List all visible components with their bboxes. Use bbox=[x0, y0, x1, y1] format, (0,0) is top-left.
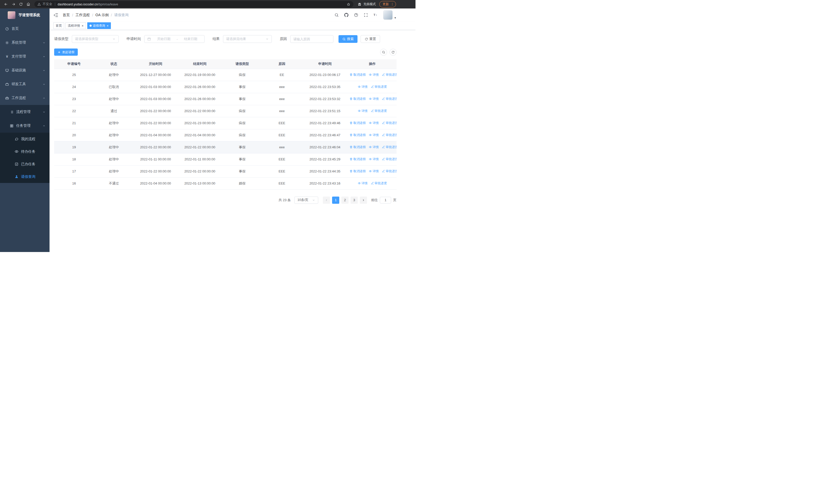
toggle-search-button[interactable] bbox=[380, 49, 387, 56]
pagination-total: 共 23 条 bbox=[279, 198, 291, 203]
action-cancel-link[interactable]: 取消请假 bbox=[349, 145, 366, 149]
action-detail-link[interactable]: 详情 bbox=[369, 145, 379, 149]
table-row[interactable]: 23处理中2022-01-03 00:00:002022-01-26 00:00… bbox=[54, 93, 397, 105]
sidebar-item-task-management[interactable]: 任务管理 bbox=[0, 119, 50, 133]
search-button[interactable]: 搜索 bbox=[339, 35, 357, 43]
sidebar-item-done-tasks[interactable]: 已办任务 bbox=[0, 158, 50, 170]
action-cancel-link[interactable]: 取消请假 bbox=[349, 169, 366, 174]
edit-icon bbox=[371, 182, 374, 185]
page-button-1[interactable]: 1 bbox=[332, 197, 339, 204]
action-progress-link[interactable]: 审批进度 bbox=[382, 133, 397, 137]
action-progress-link[interactable]: 审批进度 bbox=[371, 181, 387, 185]
page-button-3[interactable]: 3 bbox=[350, 197, 358, 204]
page-button-2[interactable]: 2 bbox=[341, 197, 348, 204]
github-icon[interactable] bbox=[344, 13, 348, 17]
action-progress-link[interactable]: 审批进度 bbox=[371, 109, 387, 113]
help-icon[interactable] bbox=[354, 13, 358, 17]
action-detail-link[interactable]: 详情 bbox=[369, 121, 379, 125]
sidebar-collapse-icon[interactable] bbox=[53, 12, 58, 18]
table-row[interactable]: 21处理中2022-01-22 00:00:002022-01-23 00:00… bbox=[54, 117, 397, 129]
reason-input[interactable] bbox=[290, 35, 333, 43]
leave-type-select[interactable]: 请选择请假类型 bbox=[72, 35, 119, 43]
url-bar[interactable]: 不安全 dashboard.yudao.iocoder.cn/bpm/oa/le… bbox=[34, 1, 353, 7]
goto-page-input[interactable] bbox=[380, 197, 391, 204]
action-cancel-link[interactable]: 取消请假 bbox=[349, 72, 366, 77]
table-row[interactable]: 20处理中2022-01-04 00:00:002022-01-04 00:00… bbox=[54, 129, 397, 141]
sidebar-item-label: 支付管理 bbox=[11, 54, 26, 59]
browser-update-button[interactable]: 更新 bbox=[379, 1, 396, 7]
breadcrumb-item[interactable]: 首页 bbox=[63, 13, 70, 18]
action-progress-link[interactable]: 审批进度 bbox=[382, 145, 397, 149]
sidebar-item-leave-query[interactable]: 请假查询 bbox=[0, 170, 50, 183]
sidebar-item-payment-management[interactable]: ¥ 支付管理 bbox=[0, 50, 50, 63]
sidebar-item-todo-tasks[interactable]: 待办任务 bbox=[0, 145, 50, 158]
action-detail-link[interactable]: 详情 bbox=[369, 97, 379, 101]
next-page-button[interactable] bbox=[360, 197, 367, 204]
result-select[interactable]: 请选择流结果 bbox=[223, 35, 272, 43]
sidebar-item-system-management[interactable]: 系统管理 bbox=[0, 36, 50, 50]
breadcrumb-separator: / bbox=[72, 13, 73, 17]
sidebar-item-home[interactable]: 首页 bbox=[0, 22, 50, 36]
browser-menu-icon[interactable] bbox=[391, 3, 394, 6]
select-placeholder: 请选择请假类型 bbox=[75, 37, 98, 41]
table-row[interactable]: 17处理中2022-01-22 00:00:002022-01-22 00:00… bbox=[54, 165, 397, 177]
reset-button[interactable]: 重置 bbox=[361, 35, 380, 43]
table-row[interactable]: 25处理中2021-12-27 00:00:002022-01-19 00:00… bbox=[54, 69, 397, 81]
action-progress-link[interactable]: 审批进度 bbox=[382, 72, 397, 77]
cell-end_time: 2022-01-13 00:00:00 bbox=[177, 177, 222, 189]
table-row[interactable]: 24已取消2022-01-03 00:00:002022-01-26 00:00… bbox=[54, 81, 397, 93]
browser-refresh-button[interactable] bbox=[18, 1, 24, 8]
header-search-icon[interactable] bbox=[335, 13, 339, 17]
action-detail-link[interactable]: 详情 bbox=[358, 109, 368, 113]
eye-icon bbox=[369, 134, 372, 137]
action-cancel-link[interactable]: 取消请假 bbox=[349, 121, 366, 125]
action-progress-link[interactable]: 审批进度 bbox=[382, 157, 397, 161]
apply-time-range-picker[interactable]: 开始日期 - 结束日期 bbox=[144, 35, 204, 43]
breadcrumb-item[interactable]: OA 示例 bbox=[95, 13, 109, 18]
close-icon[interactable]: × bbox=[82, 24, 84, 27]
action-detail-link[interactable]: 详情 bbox=[358, 85, 368, 89]
user-menu[interactable]: ▼ bbox=[383, 10, 397, 20]
action-detail-link[interactable]: 详情 bbox=[369, 133, 379, 137]
refresh-table-button[interactable] bbox=[390, 49, 397, 56]
fullscreen-icon[interactable] bbox=[364, 13, 368, 17]
bookmark-star-icon[interactable] bbox=[347, 3, 350, 6]
action-detail-link[interactable]: 详情 bbox=[369, 169, 379, 174]
action-detail-link[interactable]: 详情 bbox=[369, 157, 379, 161]
action-progress-link[interactable]: 审批进度 bbox=[382, 97, 397, 101]
action-detail-link[interactable]: 详情 bbox=[358, 181, 368, 185]
table-row[interactable]: 22通过2022-01-22 00:00:002022-01-22 00:00:… bbox=[54, 105, 397, 117]
action-label: 取消请假 bbox=[353, 97, 366, 101]
chevron-down-icon bbox=[42, 55, 46, 58]
browser-forward-button[interactable] bbox=[10, 1, 17, 8]
chevron-down-icon bbox=[42, 41, 46, 44]
page-size-select[interactable]: 10条/页 bbox=[294, 197, 318, 204]
create-leave-button[interactable]: 发起请假 bbox=[54, 49, 78, 56]
sidebar-item-infrastructure[interactable]: 基础设施 bbox=[0, 63, 50, 77]
sidebar-item-my-process[interactable]: 我的流程 bbox=[0, 133, 50, 145]
tab-leave-query[interactable]: 请假查询 × bbox=[87, 22, 111, 29]
browser-home-button[interactable] bbox=[25, 1, 32, 8]
table-row[interactable]: 18处理中2022-01-11 00:00:002022-01-11 00:00… bbox=[54, 153, 397, 165]
sidebar-item-dev-tools[interactable]: 研发工具 bbox=[0, 77, 50, 91]
sidebar-item-workflow[interactable]: 工作流程 bbox=[0, 91, 50, 105]
sidebar-item-process-management[interactable]: 流程管理 bbox=[0, 105, 50, 119]
font-size-icon[interactable]: TT bbox=[373, 13, 378, 17]
table-row[interactable]: 16不通过2022-01-04 00:00:002022-01-13 00:00… bbox=[54, 177, 397, 189]
table-row[interactable]: 19处理中2022-01-22 00:00:002022-01-22 00:00… bbox=[54, 141, 397, 153]
action-cancel-link[interactable]: 取消请假 bbox=[349, 97, 366, 101]
cell-start_time: 2022-01-03 00:00:00 bbox=[134, 81, 177, 93]
tab-home[interactable]: 首页 bbox=[53, 22, 64, 29]
action-detail-link[interactable]: 详情 bbox=[369, 72, 379, 77]
action-progress-link[interactable]: 审批进度 bbox=[382, 121, 397, 125]
action-progress-link[interactable]: 审批进度 bbox=[371, 85, 387, 89]
action-cancel-link[interactable]: 取消请假 bbox=[349, 157, 366, 161]
action-cancel-link[interactable]: 取消请假 bbox=[349, 133, 366, 137]
browser-back-button[interactable] bbox=[3, 1, 9, 8]
prev-page-button[interactable] bbox=[323, 197, 330, 204]
action-progress-link[interactable]: 审批进度 bbox=[382, 169, 397, 174]
breadcrumb-item[interactable]: 工作流程 bbox=[76, 13, 90, 18]
tab-process-detail[interactable]: 流程详情 × bbox=[65, 22, 86, 29]
close-icon[interactable]: × bbox=[107, 24, 109, 27]
cell-apply_time: 2022-01-22 23:46:04 bbox=[302, 141, 348, 153]
